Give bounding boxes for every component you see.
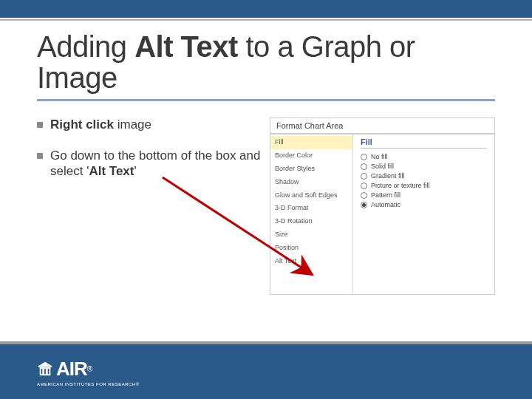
svg-rect-4 xyxy=(44,369,46,374)
logo-reg: ® xyxy=(87,365,92,373)
sidebar-item[interactable]: Position xyxy=(270,242,352,255)
radio-option[interactable]: Picture or texture fill xyxy=(361,182,487,189)
logo-subtitle: AMERICAN INSTITUTES FOR RESEARCH® xyxy=(37,382,140,386)
radio-icon xyxy=(361,163,367,170)
radio-icon xyxy=(361,154,367,160)
radio-label: Automatic xyxy=(371,201,400,208)
radio-icon xyxy=(361,202,367,208)
radio-list: No fillSolid fillGradient fillPicture or… xyxy=(361,153,487,208)
radio-option[interactable]: No fill xyxy=(361,153,487,160)
bullet-item: Go down to the bottom of the box and sel… xyxy=(37,149,262,179)
sidebar-item[interactable]: Alt Text xyxy=(270,255,352,268)
bullet-item: Right click image xyxy=(37,117,262,132)
radio-label: No fill xyxy=(371,153,388,160)
sidebar-item[interactable]: Border Color xyxy=(270,149,352,163)
bullet-square-icon xyxy=(37,122,43,128)
body-area: Right click imageGo down to the bottom o… xyxy=(37,117,495,295)
footer-band: AIR ® AMERICAN INSTITUTES FOR RESEARCH® xyxy=(0,344,532,399)
logo: AIR ® AMERICAN INSTITUTES FOR RESEARCH® xyxy=(37,358,140,386)
format-chart-dialog: Format Chart Area FillBorder ColorBorder… xyxy=(270,117,495,295)
bullet-square-icon xyxy=(37,153,43,159)
dialog-title: Format Chart Area xyxy=(270,118,494,133)
panel-heading: Fill xyxy=(361,137,487,149)
radio-option[interactable]: Solid fill xyxy=(361,163,487,170)
footer: AIR ® AMERICAN INSTITUTES FOR RESEARCH® xyxy=(0,341,532,399)
radio-option[interactable]: Gradient fill xyxy=(361,172,487,180)
logo-text: AIR xyxy=(56,358,87,381)
svg-rect-3 xyxy=(41,369,43,374)
radio-option[interactable]: Pattern fill xyxy=(361,191,487,199)
dialog-sidebar: FillBorder ColorBorder StylesShadowGlow … xyxy=(270,134,353,294)
radio-option[interactable]: Automatic xyxy=(361,201,487,208)
dialog-panel: Fill No fillSolid fillGradient fillPictu… xyxy=(353,134,494,294)
radio-label: Gradient fill xyxy=(371,172,405,180)
sidebar-item[interactable]: Size xyxy=(270,228,352,242)
top-bar xyxy=(0,0,532,18)
bullet-text: Go down to the bottom of the box and sel… xyxy=(50,149,262,179)
bullet-list: Right click imageGo down to the bottom o… xyxy=(37,117,270,295)
radio-icon xyxy=(361,183,367,189)
radio-icon xyxy=(361,173,367,180)
slide-content: Adding Alt Text to a Graph or Image Righ… xyxy=(0,21,532,295)
bullet-text: Right click image xyxy=(50,117,151,132)
radio-label: Solid fill xyxy=(371,163,394,170)
building-icon xyxy=(37,361,53,377)
radio-icon xyxy=(361,192,367,199)
radio-label: Picture or texture fill xyxy=(371,182,430,189)
sidebar-item[interactable]: 3-D Format xyxy=(270,202,352,215)
slide-title: Adding Alt Text to a Graph or Image xyxy=(37,31,495,93)
svg-rect-5 xyxy=(48,369,50,374)
title-underline xyxy=(37,99,495,101)
sidebar-item[interactable]: 3-D Rotation xyxy=(270,215,352,228)
sidebar-item[interactable]: Fill xyxy=(270,136,352,149)
sidebar-item[interactable]: Border Styles xyxy=(270,163,352,176)
svg-rect-2 xyxy=(38,366,52,367)
dialog-body: FillBorder ColorBorder StylesShadowGlow … xyxy=(270,134,494,294)
sidebar-item[interactable]: Glow and Soft Edges xyxy=(270,189,352,202)
radio-label: Pattern fill xyxy=(371,191,400,199)
sidebar-item[interactable]: Shadow xyxy=(270,176,352,189)
